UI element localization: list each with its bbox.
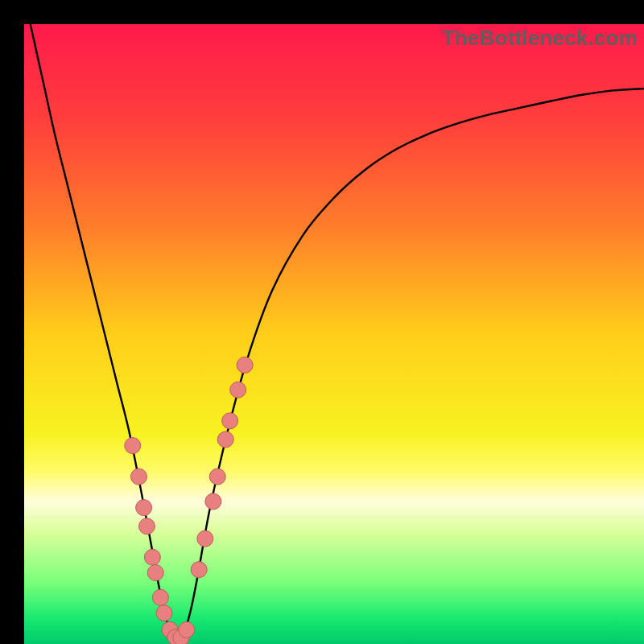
data-marker [136,500,152,516]
data-marker [138,518,155,535]
data-marker [144,549,160,565]
data-marker [230,382,246,398]
data-marker [222,413,238,429]
data-marker [156,605,172,621]
data-marker [205,493,221,510]
data-marker [197,530,213,547]
data-marker [147,564,163,580]
data-marker [179,621,195,638]
data-marker [237,357,253,374]
data-marker [191,562,207,578]
data-markers [24,24,644,644]
watermark-text: TheBottleneck.com [442,26,638,51]
chart-frame: TheBottleneck.com [0,0,644,644]
data-marker [152,589,168,605]
data-marker [125,438,141,454]
data-marker [130,469,147,485]
data-marker [209,469,225,485]
plot-area: TheBottleneck.com [24,24,644,644]
data-marker [217,431,233,448]
